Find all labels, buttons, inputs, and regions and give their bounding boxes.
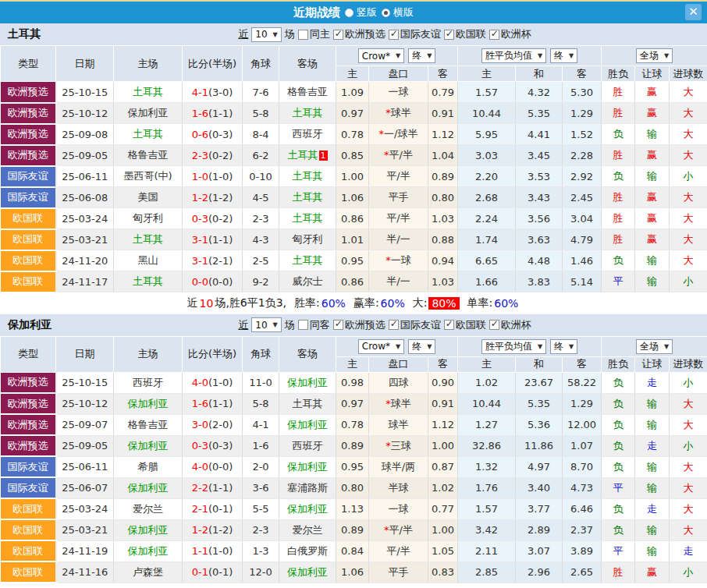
col-header-date: 日期	[56, 336, 114, 372]
subheader-home-odds: 主	[336, 356, 369, 372]
away-team: 保加利亚	[279, 372, 336, 393]
avg-draw-odds: 3.07	[516, 540, 563, 561]
wdl-result: 负	[602, 250, 635, 271]
wdl-average-select[interactable]: 胜平负均值	[481, 48, 546, 63]
home-team: 保加利亚	[114, 477, 183, 498]
bookmaker-select[interactable]: Crow*	[358, 339, 404, 354]
away-odds: 0.90	[428, 372, 458, 393]
handicap-line: 平/半	[369, 540, 428, 561]
layout-radio-vertical[interactable]: 竖版	[345, 5, 377, 19]
comp-checkbox-friendly[interactable]: 国际友谊	[389, 27, 441, 41]
col-header-home: 主场	[114, 46, 183, 82]
match-date: 24-11-19	[56, 540, 114, 561]
goals-result: 小	[670, 372, 707, 393]
wdl-result: 胜	[602, 561, 635, 583]
handicap-result: 输	[635, 519, 670, 540]
match-date: 25-06-11	[56, 166, 114, 187]
handicap-line: 平手	[369, 561, 428, 583]
away-odds: 1.00	[428, 519, 458, 540]
corner-count: 5-8	[243, 393, 279, 414]
comp-checkbox-nations-league[interactable]: 欧国联	[444, 318, 486, 332]
titlebar: 近期战绩 竖版 横版 ✕	[0, 2, 707, 23]
comp-checkbox-euro-cup[interactable]: 欧洲杯	[489, 27, 531, 41]
score-cell: 1-1(1-0)	[183, 540, 243, 561]
home-odds: 1.06	[336, 561, 369, 583]
home-team: 保加利亚	[114, 435, 183, 456]
wdl-average-select[interactable]: 胜平负均值	[481, 339, 546, 354]
col-header-date: 日期	[56, 46, 114, 82]
corner-count: 3-6	[243, 477, 279, 498]
near-link[interactable]: 近	[238, 318, 248, 332]
home-team: 匈牙利	[114, 208, 183, 229]
home-odds: 0.95	[336, 456, 369, 477]
goals-result: 大	[670, 393, 707, 414]
away-team: 爱尔兰	[279, 519, 336, 540]
match-count-select[interactable]: 10	[251, 317, 281, 332]
odds-time-select-1[interactable]: 终	[408, 339, 435, 354]
away-odds: 1.04	[428, 145, 458, 166]
wdl-result: 胜	[602, 187, 635, 208]
wdl-result: 平	[602, 271, 635, 292]
comp-checkbox-friendly[interactable]: 国际友谊	[389, 318, 441, 332]
away-odds: 0.79	[428, 82, 458, 103]
away-team: 土耳其	[279, 187, 336, 208]
avg-home-odds: 2.85	[458, 561, 516, 583]
comp-checkbox-euro-qual[interactable]: 欧洲预选	[333, 27, 385, 41]
avg-home-odds: 5.95	[458, 124, 516, 145]
match-row: 欧国联 24-11-17 土耳其 0-0(0-0) 9-2 威尔士 0.86 半…	[1, 271, 707, 292]
home-odds: 0.97	[336, 393, 369, 414]
score-cell: 1-2(1-2)	[183, 187, 243, 208]
comp-checkbox-euro-qual[interactable]: 欧洲预选	[333, 318, 385, 332]
match-count-select[interactable]: 10	[251, 27, 281, 42]
handicap-line: 半/一	[369, 271, 428, 292]
odds-time-select-1[interactable]: 终	[408, 48, 435, 63]
corner-count: 4-3	[243, 229, 279, 250]
avg-home-odds: 3.03	[458, 145, 516, 166]
bookmaker-select[interactable]: Crow*	[358, 48, 404, 63]
avg-away-odds: 12.00	[563, 414, 602, 435]
col-header-type: 类型	[1, 46, 56, 82]
avg-draw-odds: 4.97	[516, 456, 563, 477]
home-team: 土耳其	[114, 229, 183, 250]
competition-type-badge: 欧洲预选	[1, 103, 56, 124]
away-odds: 0.89	[428, 166, 458, 187]
away-team: 威尔士	[279, 271, 336, 292]
match-date: 25-10-15	[56, 82, 114, 103]
avg-draw-odds: 11.86	[516, 435, 563, 456]
handicap-line: 平/半	[369, 166, 428, 187]
score-cell: 1-6(1-1)	[183, 103, 243, 124]
section-header-turkey: 土耳其 近 10 场 同主 欧洲预选 国际友谊 欧国联 欧	[0, 23, 707, 45]
fulltime-select[interactable]: 全场	[636, 48, 673, 63]
odds-time-select-2[interactable]: 终	[550, 48, 577, 63]
window-title: 近期战绩	[293, 5, 340, 20]
near-link[interactable]: 近	[238, 27, 248, 41]
match-date: 25-10-12	[56, 103, 114, 124]
games-label: 场	[285, 318, 295, 332]
handicap-line: *球半	[369, 103, 428, 124]
home-team: 保加利亚	[114, 519, 183, 540]
corner-count: 2-5	[243, 250, 279, 271]
avg-draw-odds: 23.67	[516, 372, 563, 393]
score-cell: 4-1(3-0)	[183, 82, 243, 103]
odds-time-select-2[interactable]: 终	[550, 339, 577, 354]
home-odds: 1.01	[336, 229, 369, 250]
comp-checkbox-nations-league[interactable]: 欧国联	[444, 27, 486, 41]
home-odds: 0.86	[336, 208, 369, 229]
close-button[interactable]: ✕	[685, 4, 702, 20]
home-team: 爱尔兰	[114, 498, 183, 519]
corner-count: 2-3	[243, 208, 279, 229]
away-team: 西班牙	[279, 124, 336, 145]
same-venue-checkbox[interactable]: 同客	[298, 318, 330, 332]
avg-away-odds: 5.14	[563, 271, 602, 292]
match-row: 欧国联 24-11-20 黑山 3-1(2-1) 2-5 土耳其 0.95 *一…	[1, 250, 707, 271]
comp-checkbox-euro-cup[interactable]: 欧洲杯	[489, 318, 531, 332]
same-venue-checkbox[interactable]: 同主	[298, 27, 330, 41]
fulltime-select[interactable]: 全场	[636, 339, 673, 354]
wdl-result: 胜	[602, 145, 635, 166]
away-odds: 0.77	[428, 498, 458, 519]
layout-radio-horizontal[interactable]: 横版	[382, 5, 414, 19]
handicap-result: 赢	[635, 103, 670, 124]
handicap-line: 半/一	[369, 229, 428, 250]
red-card-badge: 1	[319, 151, 328, 161]
col-header-type: 类型	[1, 336, 56, 372]
